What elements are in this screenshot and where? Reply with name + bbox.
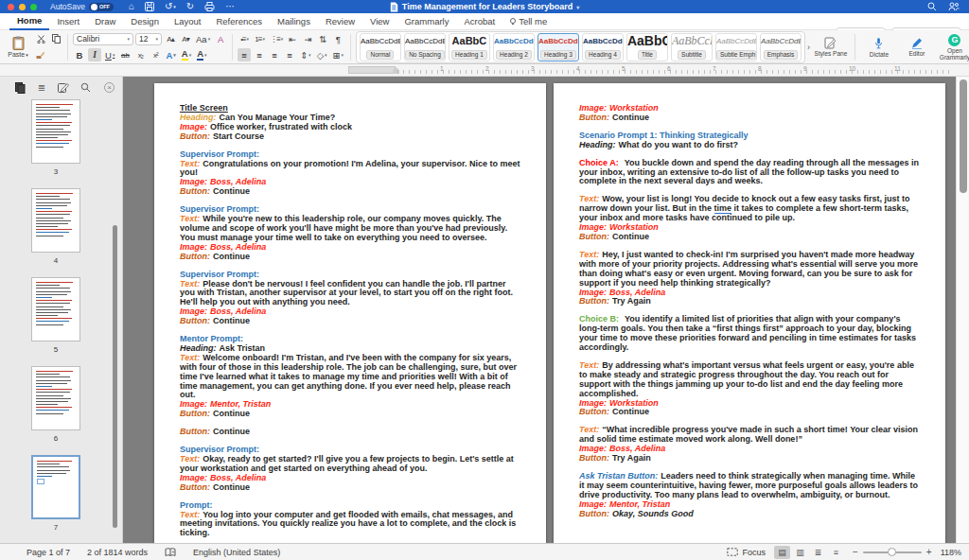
outline-pane-icon[interactable]: ≣ [35, 81, 48, 94]
line-spacing-button[interactable]: ⇕▾ [298, 48, 312, 61]
strikethrough-button[interactable]: ab [118, 48, 132, 61]
cut-button[interactable] [34, 32, 47, 45]
focus-mode-toggle[interactable]: Focus [727, 548, 766, 557]
style-heading-2[interactable]: AaBbCcDdEeHeading 2 [493, 33, 535, 61]
bold-button[interactable]: B [73, 48, 86, 61]
draft-view-button[interactable]: ≡ [828, 546, 844, 559]
document-scrollbar-thumb[interactable] [960, 79, 967, 193]
style-title[interactable]: AaBbCcDdEeTitle [626, 33, 668, 61]
style-heading-4[interactable]: AaBbCcDdEeHeading 4 [582, 33, 624, 61]
undo-button[interactable]: ↺▾ [165, 2, 176, 11]
edit-pane-icon[interactable] [57, 81, 70, 94]
show-formatting-marks-button[interactable]: ¶ [331, 32, 344, 45]
home-icon[interactable]: ⌂ [129, 2, 134, 11]
tab-insert[interactable]: Insert [49, 14, 87, 29]
thumbnail-page-7[interactable]: 7 [31, 455, 80, 532]
tab-acrobat[interactable]: Acrobat [456, 14, 502, 29]
style-subtle-emph[interactable]: AaBbCcDdEeSubtle Emph... [715, 33, 757, 61]
thumbnail-page-3[interactable]: 3 [31, 99, 80, 176]
justify-button[interactable]: ≡ [283, 48, 296, 61]
print-icon[interactable] [204, 2, 215, 11]
language-status[interactable]: English (United States) [193, 548, 280, 557]
thumbnail-page-6[interactable]: 6 [31, 366, 80, 443]
outline-view-button[interactable]: ≣ [810, 546, 826, 559]
contacts-icon[interactable] [948, 2, 960, 11]
decrease-indent-button[interactable]: ⇤ [286, 32, 299, 45]
paste-button[interactable]: Paste▾ [4, 32, 32, 62]
copy-button[interactable] [49, 32, 62, 45]
style-emphasis[interactable]: AaBbCcDdEeEmphasis [760, 33, 802, 61]
format-painter-button[interactable] [34, 48, 47, 61]
align-right-button[interactable]: ≡ [268, 48, 281, 61]
change-case-button[interactable]: Aa▾ [194, 32, 212, 45]
close-sidebar-icon[interactable]: × [104, 82, 115, 93]
multilevel-list-button[interactable]: ⋮≡▾ [268, 32, 284, 45]
tab-grammarly[interactable]: Grammarly [396, 14, 456, 29]
print-layout-view-button[interactable]: ▤ [774, 546, 790, 559]
document-title-menu[interactable]: Time Management for Leaders Storyboard ▾ [390, 2, 579, 12]
borders-button[interactable]: ⊞▾ [330, 48, 344, 61]
text-effects-button[interactable]: A▾ [164, 48, 177, 61]
superscript-button[interactable]: x² [149, 48, 162, 61]
font-name-select[interactable]: Calibri▾ [73, 33, 133, 45]
sidebar-search-icon[interactable] [79, 81, 92, 94]
shrink-font-button[interactable]: A▾ [179, 32, 192, 45]
autosave-toggle[interactable]: AutoSave OFF [50, 2, 114, 11]
thumbnails-pane-icon[interactable] [13, 81, 26, 94]
thumbnail-page-4[interactable]: 4 [31, 188, 80, 265]
zoom-slider-knob[interactable] [888, 548, 896, 556]
dictate-button[interactable]: Dictate [860, 32, 898, 62]
web-layout-view-button[interactable]: ▥ [792, 546, 808, 559]
tab-mailings[interactable]: Mailings [270, 14, 318, 29]
zoom-window-button[interactable] [30, 4, 37, 10]
styles-pane-button[interactable]: Styles Pane [812, 32, 850, 62]
grow-font-button[interactable]: A▴ [164, 32, 177, 45]
sort-button[interactable]: ⇅ [316, 32, 329, 45]
page-count-status[interactable]: Page 1 of 7 [26, 548, 70, 557]
close-window-button[interactable] [8, 4, 14, 10]
tab-layout[interactable]: Layout [167, 14, 209, 29]
tab-draw[interactable]: Draw [87, 14, 123, 29]
style-heading-1[interactable]: AaBbCHeading 1 [449, 33, 490, 61]
style-subtitle[interactable]: AaBbCcDdEeSubtitle [671, 33, 713, 61]
tab-home[interactable]: Home [9, 13, 49, 30]
align-center-button[interactable]: ≡ [253, 48, 266, 61]
doc-page-1[interactable]: Title ScreenHeading:Can You Manage Your … [154, 83, 546, 543]
style-normal[interactable]: AaBbCcDdEeNormal [360, 33, 401, 61]
redo-icon[interactable]: ↻ [186, 2, 194, 11]
increase-indent-button[interactable]: ⇥ [301, 32, 314, 45]
italic-button[interactable]: I [88, 48, 101, 61]
search-icon[interactable] [927, 2, 937, 11]
bullet-list-button[interactable]: •≡▾ [238, 32, 251, 45]
font-size-select[interactable]: 12▾ [135, 33, 162, 45]
numbered-list-button[interactable]: 1≡▾ [253, 32, 266, 45]
save-icon[interactable] [145, 2, 154, 11]
font-color-button[interactable]: A▾ [195, 48, 208, 61]
tab-references[interactable]: References [208, 14, 270, 29]
editor-button[interactable]: Editor [898, 32, 936, 62]
clear-formatting-button[interactable]: A [214, 32, 227, 45]
proofing-status-icon[interactable] [165, 548, 176, 557]
zoom-slider[interactable] [863, 551, 922, 553]
shading-button[interactable]: ◇▾ [315, 48, 329, 61]
sidebar-scrollbar[interactable] [113, 225, 117, 528]
document-scrollbar[interactable] [956, 77, 969, 543]
thumbnail-page-5[interactable]: 5 [31, 277, 80, 354]
styles-gallery-more-button[interactable]: › [805, 43, 812, 52]
tab-tell-me[interactable]: Tell me [502, 14, 555, 29]
highlight-button[interactable]: A▾ [180, 48, 193, 61]
zoom-out-button[interactable]: − [853, 547, 858, 557]
doc-page-2[interactable]: Image:WorkstationButton:ContinueScenario… [554, 83, 945, 543]
align-left-button[interactable]: ≡ [238, 48, 251, 61]
underline-button[interactable]: U▾ [103, 48, 116, 61]
subscript-button[interactable]: x₂ [133, 48, 147, 61]
tab-review[interactable]: Review [318, 14, 362, 29]
word-count-status[interactable]: 2 of 1814 words [87, 548, 148, 557]
minimize-window-button[interactable] [19, 4, 26, 10]
style-no-spacing[interactable]: AaBbCcDdEeNo Spacing [404, 33, 446, 61]
open-grammarly-button[interactable]: G Open Grammarly [936, 32, 969, 62]
tab-design[interactable]: Design [123, 14, 167, 29]
style-heading-3[interactable]: AaBbCcDdEeHeading 3 [537, 33, 579, 61]
tab-view[interactable]: View [362, 14, 396, 29]
more-commands-icon[interactable]: ⋯ [225, 2, 235, 11]
